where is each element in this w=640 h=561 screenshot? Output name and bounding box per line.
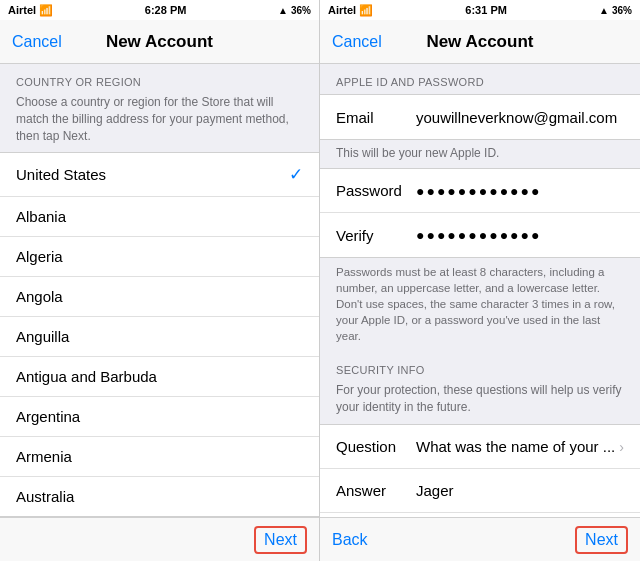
right-screen: Airtel 📶 6:31 PM ▲ 36% Cancel New Accoun…	[320, 0, 640, 561]
security-section-header: SECURITY INFO	[320, 352, 640, 382]
right-scroll-content[interactable]: APPLE ID AND PASSWORD Email youwillnever…	[320, 64, 640, 517]
left-screen: Airtel 📶 6:28 PM ▲ 36% Cancel New Accoun…	[0, 0, 320, 561]
country-item-albania[interactable]: Albania	[0, 197, 319, 237]
country-name-anguilla: Anguilla	[16, 328, 69, 345]
country-item-angola[interactable]: Angola	[0, 277, 319, 317]
chevron-q1-icon: ›	[619, 439, 624, 455]
password-value: ●●●●●●●●●●●●	[416, 183, 624, 199]
country-name-angola: Angola	[16, 288, 63, 305]
country-section-description: Choose a country or region for the Store…	[0, 94, 319, 152]
checkmark-icon: ✓	[289, 164, 303, 185]
country-item-australia[interactable]: Australia	[0, 477, 319, 517]
security-q1-value: What was the name of your ...	[416, 438, 615, 455]
security-section-description: For your protection, these questions wil…	[320, 382, 640, 424]
country-name-antigua: Antigua and Barbuda	[16, 368, 157, 385]
verify-row[interactable]: Verify ●●●●●●●●●●●●	[320, 213, 640, 257]
password-form: Password ●●●●●●●●●●●● Verify ●●●●●●●●●●●…	[320, 168, 640, 258]
country-list[interactable]: United States ✓ Albania Algeria Angola A…	[0, 152, 319, 517]
nav-title-left: New Account	[106, 32, 213, 52]
security-a1-label: Answer	[336, 482, 416, 499]
nav-title-right: New Account	[426, 32, 533, 52]
password-hint: Passwords must be at least 8 characters,…	[320, 258, 640, 352]
time-right: 6:31 PM	[465, 4, 507, 16]
security-a1-row[interactable]: Answer Jager	[320, 469, 640, 513]
wifi-icon: 📶	[39, 4, 53, 17]
country-name-armenia: Armenia	[16, 448, 72, 465]
country-item-us[interactable]: United States ✓	[0, 153, 319, 197]
country-name-algeria: Algeria	[16, 248, 63, 265]
time-left: 6:28 PM	[145, 4, 187, 16]
email-value: youwillneverknow@gmail.com	[416, 109, 624, 126]
verify-value: ●●●●●●●●●●●●	[416, 227, 624, 243]
country-name-argentina: Argentina	[16, 408, 80, 425]
security-q1-row[interactable]: Question What was the name of your ... ›	[320, 425, 640, 469]
country-section-header: COUNTRY OR REGION	[0, 64, 319, 94]
country-name-albania: Albania	[16, 208, 66, 225]
wifi-icon-right: 📶	[359, 4, 373, 17]
apple-id-form: Email youwillneverknow@gmail.com	[320, 94, 640, 140]
verify-label: Verify	[336, 227, 416, 244]
bottom-toolbar-left: Next	[0, 517, 319, 561]
back-button-right[interactable]: Back	[332, 531, 368, 549]
nav-bar-right: Cancel New Account	[320, 20, 640, 64]
country-name-australia: Australia	[16, 488, 74, 505]
country-name-us: United States	[16, 166, 106, 183]
status-bar-right: Airtel 📶 6:31 PM ▲ 36%	[320, 0, 640, 20]
security-form: Question What was the name of your ... ›…	[320, 424, 640, 517]
password-label: Password	[336, 182, 416, 199]
battery-left: 36%	[291, 5, 311, 16]
carrier-left: Airtel	[8, 4, 36, 16]
carrier-right: Airtel	[328, 4, 356, 16]
country-item-argentina[interactable]: Argentina	[0, 397, 319, 437]
cancel-button-right[interactable]: Cancel	[332, 33, 382, 51]
country-item-anguilla[interactable]: Anguilla	[0, 317, 319, 357]
status-bar-left: Airtel 📶 6:28 PM ▲ 36%	[0, 0, 319, 20]
signal-left: ▲	[278, 5, 288, 16]
email-hint: This will be your new Apple ID.	[320, 140, 640, 168]
next-button-right[interactable]: Next	[575, 526, 628, 554]
email-row[interactable]: Email youwillneverknow@gmail.com	[320, 95, 640, 139]
next-button-left[interactable]: Next	[254, 526, 307, 554]
security-q1-label: Question	[336, 438, 416, 455]
country-item-algeria[interactable]: Algeria	[0, 237, 319, 277]
password-row[interactable]: Password ●●●●●●●●●●●●	[320, 169, 640, 213]
apple-id-section-header: APPLE ID AND PASSWORD	[320, 64, 640, 94]
country-item-armenia[interactable]: Armenia	[0, 437, 319, 477]
email-label: Email	[336, 109, 416, 126]
country-item-antigua[interactable]: Antigua and Barbuda	[0, 357, 319, 397]
cancel-button-left[interactable]: Cancel	[12, 33, 62, 51]
security-a1-value: Jager	[416, 482, 624, 499]
battery-right: 36%	[612, 5, 632, 16]
signal-right: ▲	[599, 5, 609, 16]
nav-bar-left: Cancel New Account	[0, 20, 319, 64]
bottom-toolbar-right: Back Next	[320, 517, 640, 561]
